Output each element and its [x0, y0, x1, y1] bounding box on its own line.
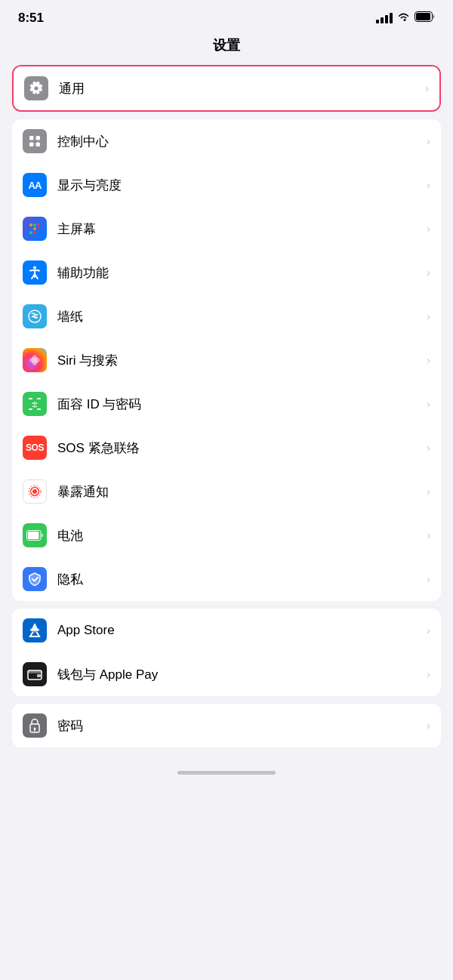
control-center-row[interactable]: 控制中心 ›: [12, 119, 441, 163]
homescreen-row[interactable]: 主屏幕 ›: [12, 207, 441, 251]
passwords-label: 密码: [57, 717, 422, 735]
wallpaper-label: 墙纸: [57, 308, 422, 325]
svg-rect-30: [28, 532, 39, 539]
appstore-icon: [23, 618, 47, 643]
battery-label: 电池: [57, 527, 422, 544]
privacy-chevron: ›: [427, 573, 430, 585]
appstore-row[interactable]: App Store ›: [12, 609, 441, 652]
sos-chevron: ›: [427, 442, 430, 454]
svg-point-10: [33, 227, 36, 230]
svg-point-23: [32, 402, 34, 404]
general-chevron: ›: [425, 82, 429, 94]
faceid-chevron: ›: [427, 398, 430, 410]
sos-row[interactable]: SOS SOS 紧急联络 ›: [12, 426, 441, 470]
passwords-row[interactable]: 密码 ›: [12, 704, 441, 747]
wallet-icon: [23, 662, 47, 686]
control-center-icon: [23, 129, 47, 153]
wifi-icon: [397, 11, 410, 25]
wallpaper-chevron: ›: [427, 310, 430, 322]
svg-point-18: [29, 357, 40, 363]
faceid-label: 面容 ID 与密码: [57, 396, 422, 413]
privacy-row[interactable]: 隐私 ›: [12, 557, 441, 601]
svg-rect-20: [37, 398, 41, 399]
exposure-icon: [23, 479, 47, 504]
svg-rect-1: [416, 13, 430, 20]
svg-rect-21: [29, 408, 32, 410]
passwords-chevron: ›: [427, 720, 430, 732]
general-label: 通用: [59, 80, 421, 97]
svg-point-15: [33, 267, 36, 270]
display-label: 显示与亮度: [57, 177, 422, 194]
battery-row[interactable]: 电池 ›: [12, 513, 441, 557]
store-section: App Store › 钱包与 Apple Pay ›: [12, 609, 441, 696]
svg-point-11: [37, 227, 40, 230]
accessibility-label: 辅助功能: [57, 264, 422, 282]
display-chevron: ›: [427, 179, 430, 191]
display-row[interactable]: AA 显示与亮度 ›: [12, 163, 441, 207]
svg-rect-19: [29, 398, 32, 399]
sos-icon: SOS: [23, 436, 47, 460]
privacy-icon: [23, 567, 47, 591]
control-center-chevron: ›: [427, 135, 430, 147]
svg-point-14: [37, 231, 40, 234]
svg-point-7: [33, 223, 36, 227]
siri-label: Siri 与搜索: [57, 352, 422, 369]
faceid-row[interactable]: 面容 ID 与密码 ›: [12, 382, 441, 426]
accessibility-row[interactable]: 辅助功能 ›: [12, 251, 441, 294]
general-section: 通用 ›: [12, 65, 441, 112]
homescreen-chevron: ›: [427, 223, 430, 235]
svg-rect-3: [36, 136, 41, 140]
battery-chevron: ›: [427, 529, 430, 541]
svg-point-8: [37, 223, 40, 227]
svg-point-6: [29, 223, 32, 227]
svg-rect-22: [37, 408, 41, 410]
wallpaper-row[interactable]: 墙纸 ›: [12, 294, 441, 338]
passwords-icon: [23, 713, 47, 738]
signal-icon: [376, 13, 393, 23]
status-time: 8:51: [18, 11, 44, 26]
appstore-chevron: ›: [427, 624, 430, 636]
wallet-chevron: ›: [427, 668, 430, 680]
wallet-label: 钱包与 Apple Pay: [57, 666, 422, 683]
svg-point-24: [36, 402, 38, 404]
home-indicator-bar: [177, 771, 276, 775]
status-icons: [376, 11, 435, 25]
gear-icon: [24, 76, 48, 100]
svg-rect-5: [36, 143, 41, 147]
control-center-label: 控制中心: [57, 133, 422, 150]
siri-chevron: ›: [427, 354, 430, 366]
battery-row-icon: [23, 523, 47, 547]
general-row[interactable]: 通用 ›: [14, 66, 439, 110]
homescreen-icon: [23, 217, 47, 241]
wallpaper-icon: [23, 304, 47, 328]
status-bar: 8:51: [0, 0, 453, 32]
siri-row[interactable]: Siri 与搜索 ›: [12, 338, 441, 382]
display-section: 控制中心 › AA 显示与亮度 › 主屏幕 ›: [12, 119, 441, 601]
svg-point-9: [29, 227, 32, 230]
battery-icon: [414, 11, 435, 25]
svg-rect-4: [29, 143, 34, 147]
svg-rect-2: [29, 136, 34, 140]
wallet-row[interactable]: 钱包与 Apple Pay ›: [12, 652, 441, 696]
home-indicator: [0, 755, 453, 784]
appstore-label: App Store: [57, 623, 422, 638]
privacy-label: 隐私: [57, 571, 422, 588]
accessibility-chevron: ›: [427, 267, 430, 279]
faceid-icon: [23, 392, 47, 416]
display-icon: AA: [23, 173, 47, 197]
page-title: 设置: [0, 32, 453, 65]
homescreen-label: 主屏幕: [57, 220, 422, 238]
svg-point-26: [32, 489, 37, 494]
exposure-chevron: ›: [427, 485, 430, 498]
siri-icon: [23, 348, 47, 372]
password-section: 密码 ›: [12, 704, 441, 747]
svg-point-13: [33, 231, 36, 234]
sos-label: SOS 紧急联络: [57, 439, 422, 457]
svg-rect-34: [37, 674, 41, 677]
accessibility-icon: [23, 260, 47, 285]
svg-point-12: [29, 231, 32, 234]
svg-point-16: [33, 315, 37, 319]
exposure-row[interactable]: 暴露通知 ›: [12, 470, 441, 513]
exposure-label: 暴露通知: [57, 483, 422, 501]
